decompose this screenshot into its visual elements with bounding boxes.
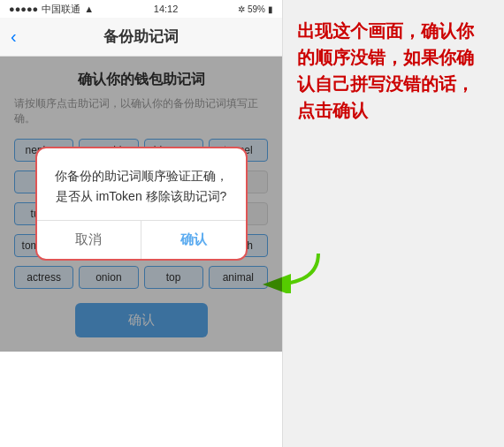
status-left: ●●●●● 中国联通 ▲ bbox=[9, 3, 94, 16]
bluetooth-icon: ✲ bbox=[238, 4, 245, 14]
dialog-message: 你备份的助记词顺序验证正确，是否从 imToken 移除该助记词? bbox=[51, 166, 232, 206]
signal-dots: ●●●●● bbox=[9, 4, 38, 14]
dialog-actions: 取消 确认 bbox=[37, 220, 246, 259]
time-label: 14:12 bbox=[154, 4, 179, 14]
dialog-overlay: 你备份的助记词顺序验证正确，是否从 imToken 移除该助记词? 取消 确认 bbox=[0, 57, 282, 352]
dialog-confirm-button[interactable]: 确认 bbox=[141, 221, 246, 259]
annotation-panel: 出现这个画面，确认你的顺序没错，如果你确认自己拼写没错的话，点击确认 bbox=[283, 0, 504, 447]
back-button[interactable]: ‹ bbox=[11, 27, 17, 47]
carrier-label: 中国联通 bbox=[42, 3, 80, 16]
dialog-cancel-button[interactable]: 取消 bbox=[37, 221, 142, 259]
nav-bar: ‹ 备份助记词 bbox=[0, 18, 282, 57]
battery-icon: ▮ bbox=[268, 4, 273, 14]
phone-frame: ●●●●● 中国联通 ▲ 14:12 ✲ 59% ▮ ‹ 备份助记词 确认你的钱… bbox=[0, 0, 283, 447]
battery-label: 59% bbox=[248, 4, 265, 14]
nav-title: 备份助记词 bbox=[103, 27, 179, 47]
status-bar: ●●●●● 中国联通 ▲ 14:12 ✲ 59% ▮ bbox=[0, 0, 282, 18]
status-right: ✲ 59% ▮ bbox=[238, 4, 273, 14]
annotation-text: 出现这个画面，确认你的顺序没错，如果你确认自己拼写没错的话，点击确认 bbox=[297, 18, 490, 124]
main-content: 确认你的钱包助记词 请按顺序点击助记词，以确认你的备份助记词填写正确。 neph… bbox=[0, 57, 282, 352]
dialog-box: 你备份的助记词顺序验证正确，是否从 imToken 移除该助记词? 取消 确认 bbox=[35, 147, 248, 261]
wifi-icon: ▲ bbox=[84, 4, 94, 14]
